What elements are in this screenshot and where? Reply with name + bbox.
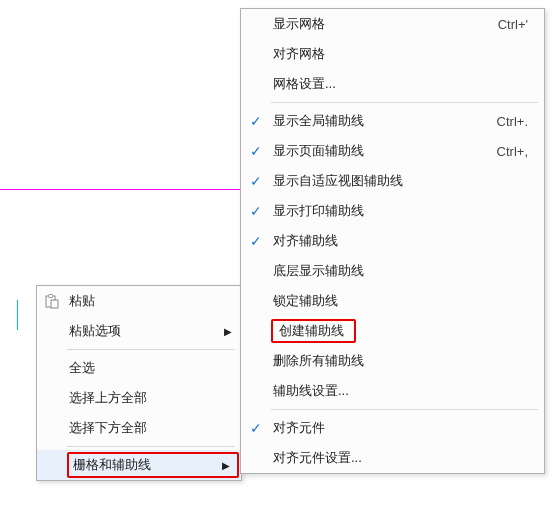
menu-item-label: 全选: [67, 359, 235, 377]
menu-item-shortcut: Ctrl+.: [497, 114, 538, 129]
menu-item-label: 选择下方全部: [67, 419, 235, 437]
highlight-box: 栅格和辅助线 ▶: [67, 452, 239, 478]
svg-rect-1: [49, 295, 53, 298]
menu-item-paste-options[interactable]: 粘贴选项 ▶: [37, 316, 241, 346]
menu-item-delete-all-guides[interactable]: 删除所有辅助线: [241, 346, 544, 376]
check-icon: ✓: [250, 234, 262, 248]
menu-item-label: 对齐辅助线: [271, 232, 538, 250]
menu-item-show-global-guides[interactable]: ✓ 显示全局辅助线 Ctrl+.: [241, 106, 544, 136]
menu-item-select-below[interactable]: 选择下方全部: [37, 413, 241, 443]
menu-item-lock-guides[interactable]: 锁定辅助线: [241, 286, 544, 316]
menu-item-label: 粘贴: [67, 292, 235, 310]
menu-item-label: 底层显示辅助线: [271, 262, 538, 280]
menu-item-grid-settings[interactable]: 网格设置...: [241, 69, 544, 99]
grids-guides-submenu: 显示网格 Ctrl+' 对齐网格 网格设置... ✓ 显示全局辅助线 Ctrl+…: [240, 8, 545, 474]
menu-item-guides-back[interactable]: 底层显示辅助线: [241, 256, 544, 286]
menu-item-create-guides[interactable]: 创建辅助线: [241, 316, 544, 346]
menu-item-snap-widgets[interactable]: ✓ 对齐元件: [241, 413, 544, 443]
menu-item-label: 粘贴选项: [67, 322, 221, 340]
menu-item-label: 对齐元件: [271, 419, 538, 437]
menu-item-show-print-guides[interactable]: ✓ 显示打印辅助线: [241, 196, 544, 226]
submenu-arrow-icon: ▶: [219, 460, 233, 471]
menu-item-select-above[interactable]: 选择上方全部: [37, 383, 241, 413]
check-icon: ✓: [250, 204, 262, 218]
menu-item-label: 网格设置...: [271, 75, 538, 93]
check-icon: ✓: [250, 144, 262, 158]
menu-separator: [271, 102, 538, 103]
menu-item-label: 显示自适应视图辅助线: [271, 172, 538, 190]
menu-item-label: 显示页面辅助线: [271, 142, 497, 160]
check-icon: ✓: [250, 421, 262, 435]
vertical-guide: [17, 300, 18, 330]
menu-item-guide-settings[interactable]: 辅助线设置...: [241, 376, 544, 406]
menu-item-snap-grid[interactable]: 对齐网格: [241, 39, 544, 69]
menu-separator: [67, 349, 235, 350]
menu-item-show-grid[interactable]: 显示网格 Ctrl+': [241, 9, 544, 39]
context-menu: 粘贴 粘贴选项 ▶ 全选 选择上方全部 选择下方全部 栅格和辅助线 ▶: [36, 285, 242, 481]
submenu-arrow-icon: ▶: [221, 326, 235, 337]
menu-item-label: 显示网格: [271, 15, 498, 33]
menu-item-paste[interactable]: 粘贴: [37, 286, 241, 316]
menu-separator: [271, 409, 538, 410]
menu-item-label: 选择上方全部: [67, 389, 235, 407]
menu-item-select-all[interactable]: 全选: [37, 353, 241, 383]
menu-separator: [67, 446, 235, 447]
menu-item-label: 显示打印辅助线: [271, 202, 538, 220]
horizontal-guide: [0, 189, 240, 190]
menu-item-grids-guides[interactable]: 栅格和辅助线 ▶: [37, 450, 241, 480]
paste-icon: [44, 293, 60, 309]
menu-item-show-page-guides[interactable]: ✓ 显示页面辅助线 Ctrl+,: [241, 136, 544, 166]
menu-item-label: 删除所有辅助线: [271, 352, 538, 370]
menu-item-shortcut: Ctrl+': [498, 17, 538, 32]
menu-item-label: 对齐网格: [271, 45, 538, 63]
menu-item-label: 锁定辅助线: [271, 292, 538, 310]
menu-item-label: 栅格和辅助线: [71, 456, 219, 474]
menu-item-label: 对齐元件设置...: [271, 449, 538, 467]
check-icon: ✓: [250, 174, 262, 188]
menu-item-snap-widget-settings[interactable]: 对齐元件设置...: [241, 443, 544, 473]
highlight-box: 创建辅助线: [271, 319, 356, 343]
menu-item-label: 辅助线设置...: [271, 382, 538, 400]
menu-item-label: 显示全局辅助线: [271, 112, 497, 130]
menu-item-snap-guides[interactable]: ✓ 对齐辅助线: [241, 226, 544, 256]
check-icon: ✓: [250, 114, 262, 128]
menu-item-show-adaptive-guides[interactable]: ✓ 显示自适应视图辅助线: [241, 166, 544, 196]
svg-rect-2: [51, 300, 58, 308]
menu-item-label: 创建辅助线: [277, 322, 344, 340]
menu-item-shortcut: Ctrl+,: [497, 144, 538, 159]
